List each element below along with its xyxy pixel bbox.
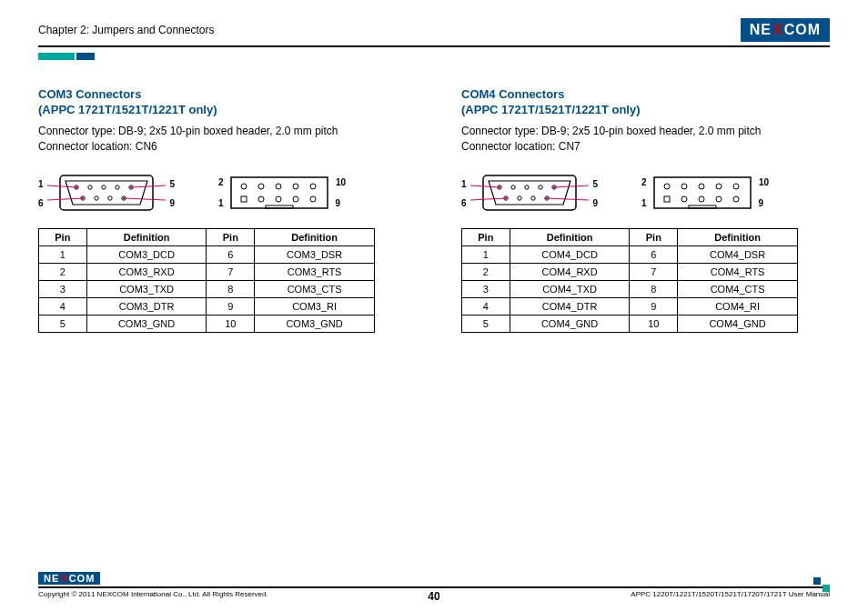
svg-line-44 bbox=[470, 198, 506, 200]
db9-diagram: 1 5 6 9 bbox=[461, 170, 598, 215]
svg-point-28 bbox=[310, 196, 316, 202]
table-row: 1COM3_DCD6COM3_DSR bbox=[39, 246, 375, 264]
svg-point-23 bbox=[310, 184, 316, 189]
db9-pin-label: 9 bbox=[169, 198, 175, 208]
hdr-pin-label: 2 bbox=[641, 177, 647, 187]
svg-rect-29 bbox=[266, 205, 293, 208]
th-def: Definition bbox=[255, 229, 375, 246]
svg-point-58 bbox=[733, 196, 739, 202]
brand-logo: NEXCOM bbox=[741, 18, 830, 42]
svg-point-45 bbox=[505, 197, 507, 199]
svg-point-41 bbox=[499, 186, 500, 188]
svg-point-49 bbox=[664, 184, 670, 189]
svg-point-55 bbox=[681, 196, 687, 202]
svg-line-12 bbox=[131, 185, 166, 187]
desc-line2: Connector location: CN7 bbox=[461, 139, 830, 155]
svg-line-14 bbox=[47, 198, 83, 200]
db9-diagram: 1 5 6 9 bbox=[38, 170, 175, 215]
svg-line-42 bbox=[554, 185, 589, 187]
desc-line2: Connector location: CN6 bbox=[38, 139, 407, 155]
hdr-pin-label: 9 bbox=[758, 198, 763, 208]
svg-point-51 bbox=[699, 184, 704, 189]
svg-point-4 bbox=[116, 185, 119, 189]
svg-point-33 bbox=[525, 185, 529, 189]
db9-pin-label: 5 bbox=[169, 179, 175, 189]
db9-pin-label: 6 bbox=[38, 198, 44, 208]
db9-pin-label: 1 bbox=[38, 179, 44, 189]
title-line1: COM3 Connectors bbox=[38, 87, 407, 103]
table-header-row: Pin Definition Pin Definition bbox=[39, 229, 375, 246]
svg-line-40 bbox=[470, 185, 500, 187]
svg-point-19 bbox=[241, 184, 247, 189]
svg-point-15 bbox=[82, 197, 84, 199]
table-row: 3COM3_TXD8COM3_CTS bbox=[39, 281, 375, 298]
table-row: 2COM3_RXD7COM3_RTS bbox=[39, 264, 375, 281]
th-def: Definition bbox=[678, 229, 798, 246]
svg-point-50 bbox=[681, 184, 687, 189]
svg-line-16 bbox=[124, 198, 166, 200]
th-def: Definition bbox=[86, 229, 207, 246]
th-pin: Pin bbox=[207, 229, 255, 246]
brand-pre: NE bbox=[750, 22, 772, 38]
svg-rect-48 bbox=[654, 177, 751, 208]
svg-point-3 bbox=[102, 185, 106, 189]
accent-green bbox=[38, 53, 75, 60]
pin-table-com3: Pin Definition Pin Definition 1COM3_DCD6… bbox=[38, 228, 375, 333]
svg-point-27 bbox=[293, 196, 298, 202]
hdr-pin-label: 10 bbox=[759, 177, 769, 187]
svg-point-47 bbox=[546, 197, 548, 199]
svg-point-17 bbox=[123, 197, 125, 199]
brand-pre: NE bbox=[44, 573, 59, 584]
desc-line1: Connector type: DB-9; 2x5 10-pin boxed h… bbox=[461, 124, 830, 139]
svg-point-26 bbox=[276, 196, 281, 202]
svg-point-11 bbox=[76, 186, 77, 188]
section-desc-com3: Connector type: DB-9; 2x5 10-pin boxed h… bbox=[38, 124, 407, 155]
table-row: 1COM4_DCD6COM4_DSR bbox=[462, 246, 798, 264]
diagram-row-com3: 1 5 6 9 2 10 1 9 bbox=[38, 170, 407, 215]
brand-post: COM bbox=[69, 573, 96, 584]
desc-line1: Connector type: DB-9; 2x5 10-pin boxed h… bbox=[38, 124, 407, 139]
svg-point-32 bbox=[511, 185, 515, 189]
svg-point-2 bbox=[88, 185, 92, 189]
boxed-header-icon bbox=[634, 170, 771, 215]
title-line2: (APPC 1721T/1521T/1221T only) bbox=[461, 103, 830, 118]
svg-point-7 bbox=[95, 196, 98, 200]
hdr-pin-label: 1 bbox=[641, 198, 647, 208]
deco-square bbox=[813, 577, 821, 585]
boxed-header-icon bbox=[211, 170, 348, 215]
table-row: 5COM3_GND10COM3_GND bbox=[39, 316, 375, 333]
svg-point-25 bbox=[258, 196, 264, 202]
db9-pin-label: 6 bbox=[461, 198, 467, 208]
left-column: COM3 Connectors (APPC 1721T/1521T/1221T … bbox=[38, 87, 407, 333]
db9-pin-label: 5 bbox=[592, 179, 598, 189]
th-pin: Pin bbox=[39, 229, 87, 246]
svg-line-10 bbox=[47, 185, 76, 187]
model-text: APPC 1220T/1221T/1520T/1521T/1720T/1721T… bbox=[631, 590, 830, 598]
title-line2: (APPC 1721T/1521T/1221T only) bbox=[38, 103, 407, 118]
page-header: Chapter 2: Jumpers and Connectors NEXCOM bbox=[38, 18, 830, 47]
footer-line: Copyright © 2011 NEXCOM International Co… bbox=[38, 586, 830, 598]
th-pin: Pin bbox=[630, 229, 678, 246]
hdr-pin-label: 9 bbox=[335, 198, 340, 208]
svg-rect-59 bbox=[689, 205, 716, 208]
svg-point-8 bbox=[108, 196, 112, 200]
svg-point-43 bbox=[553, 186, 555, 188]
content-columns: COM3 Connectors (APPC 1721T/1521T/1221T … bbox=[38, 87, 830, 333]
boxed-header-diagram: 2 10 1 9 bbox=[634, 170, 771, 215]
svg-point-21 bbox=[276, 184, 281, 189]
table-row: 5COM4_GND10COM4_GND bbox=[462, 316, 798, 333]
footer-brand-logo: NEXCOM bbox=[38, 572, 100, 585]
svg-point-38 bbox=[531, 196, 535, 200]
accent-bar bbox=[38, 53, 830, 60]
boxed-header-diagram: 2 10 1 9 bbox=[211, 170, 348, 215]
section-title-com3: COM3 Connectors (APPC 1721T/1521T/1221T … bbox=[38, 87, 407, 118]
table-row: 3COM4_TXD8COM4_CTS bbox=[462, 281, 798, 298]
svg-point-52 bbox=[716, 184, 722, 189]
svg-point-13 bbox=[130, 186, 132, 188]
diagram-row-com4: 1 5 6 9 2 10 1 9 bbox=[461, 170, 830, 215]
svg-point-34 bbox=[539, 185, 542, 189]
th-def: Definition bbox=[510, 229, 630, 246]
svg-point-20 bbox=[258, 184, 264, 189]
deco-square bbox=[823, 585, 830, 592]
th-pin: Pin bbox=[462, 229, 510, 246]
